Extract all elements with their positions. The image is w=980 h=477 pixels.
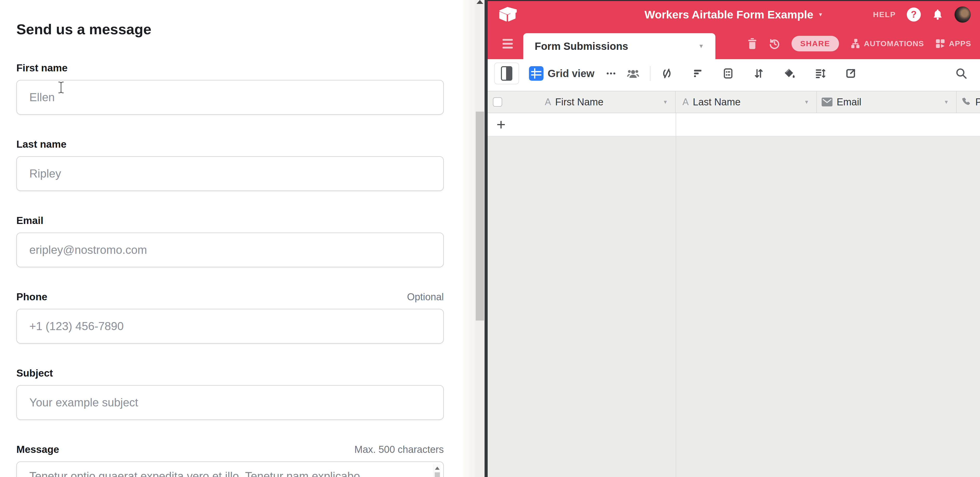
grid-empty-area: [488, 136, 980, 477]
textarea-scroll-thumb[interactable]: [435, 472, 440, 477]
column-header-first-name[interactable]: First Name: [523, 91, 676, 113]
message-max-chars-hint: Max. 500 characters: [355, 444, 444, 455]
textarea-scrollbar[interactable]: [433, 464, 441, 477]
sidebar-toggle-button[interactable]: [494, 63, 519, 84]
tab-form-submissions[interactable]: Form Submissions: [523, 33, 715, 59]
first-name-label: First name: [16, 62, 67, 74]
history-icon[interactable]: [768, 37, 781, 50]
column-name: Phone: [975, 97, 980, 108]
share-label: SHARE: [800, 39, 830, 48]
add-record-plus-icon[interactable]: +: [496, 117, 506, 132]
field-group-message: Message Max. 500 characters Tenetur opti…: [16, 444, 444, 477]
avatar[interactable]: [955, 6, 970, 22]
last-name-input[interactable]: [16, 156, 444, 191]
share-button[interactable]: SHARE: [791, 36, 839, 51]
base-title-menu[interactable]: Workers Airtable Form Example: [644, 8, 823, 21]
tab-caret-down-icon[interactable]: [698, 43, 704, 49]
column-name: First Name: [555, 97, 603, 108]
frozen-column-divider: [676, 113, 676, 477]
grid-view-icon: [529, 66, 544, 81]
field-group-last-name: Last name: [16, 139, 444, 191]
toolbar-divider: [650, 66, 651, 81]
airtable-pane: Workers Airtable Form Example HELP Form …: [488, 0, 980, 477]
email-input[interactable]: [16, 233, 444, 267]
bell-icon[interactable]: [932, 9, 943, 21]
message-textarea[interactable]: Tenetur optio quaerat expedita vero et i…: [16, 461, 444, 477]
base-title: Workers Airtable Form Example: [644, 8, 813, 21]
column-header-email[interactable]: Email: [817, 91, 957, 113]
email-field-icon: [821, 97, 833, 107]
add-record-row[interactable]: +: [488, 113, 980, 136]
help-icon[interactable]: [907, 8, 921, 22]
apps-label: APPS: [949, 39, 971, 48]
scroll-up-icon[interactable]: [435, 467, 440, 470]
trash-icon[interactable]: [747, 38, 757, 49]
view-toolbar: Grid view: [488, 59, 980, 91]
text-cursor-icon: [58, 81, 64, 95]
subject-input[interactable]: [16, 385, 444, 420]
scrollbar-up-arrow-icon[interactable]: [477, 0, 483, 4]
automations-button[interactable]: AUTOMATIONS: [850, 38, 924, 49]
text-field-icon: [545, 97, 551, 108]
paint-fill-icon[interactable]: [783, 68, 795, 79]
airtable-logo-icon[interactable]: [498, 6, 517, 22]
phone-input[interactable]: [16, 309, 444, 344]
view-options-ellipsis-icon[interactable]: [605, 68, 617, 79]
first-name-input[interactable]: [16, 80, 444, 115]
table-tab-label: Form Submissions: [535, 41, 698, 52]
airtable-tabbar: Form Submissions SHARE: [488, 28, 980, 59]
row-height-icon[interactable]: [814, 68, 826, 79]
grid-header-row: First Name Last Name Email: [488, 91, 980, 113]
open-view-icon[interactable]: [845, 68, 857, 79]
field-group-subject: Subject: [16, 368, 444, 420]
help-button[interactable]: HELP: [873, 10, 896, 19]
message-label: Message: [16, 444, 59, 455]
field-group-first-name: First name: [16, 62, 444, 115]
hide-fields-icon[interactable]: [661, 68, 673, 79]
column-header-last-name[interactable]: Last Name: [676, 91, 817, 113]
page-title: Send us a message: [16, 0, 444, 38]
filter-icon[interactable]: [692, 68, 703, 79]
pane-gutter: [463, 0, 475, 477]
group-icon[interactable]: [722, 68, 734, 79]
column-caret-down-icon[interactable]: [663, 99, 668, 105]
column-name: Last Name: [693, 97, 741, 108]
email-label: Email: [16, 215, 43, 226]
column-header-phone[interactable]: Phone: [957, 91, 980, 113]
field-group-phone: Phone Optional: [16, 291, 444, 344]
collaborators-icon[interactable]: [626, 67, 640, 81]
apps-icon: [935, 38, 946, 49]
column-caret-down-icon[interactable]: [804, 99, 809, 105]
search-icon[interactable]: [955, 67, 967, 80]
last-name-label: Last name: [16, 139, 67, 150]
panel-toggle-icon: [501, 66, 512, 81]
subject-label: Subject: [16, 368, 53, 379]
sort-icon[interactable]: [753, 68, 765, 79]
contact-form-pane: Send us a message First name Last name E…: [0, 0, 463, 477]
view-switcher[interactable]: Grid view: [548, 68, 594, 79]
phone-optional-hint: Optional: [407, 292, 444, 303]
select-all-checkbox[interactable]: [493, 97, 502, 107]
page-scrollbar-thumb[interactable]: [476, 112, 484, 320]
text-field-icon: [682, 97, 689, 108]
phone-field-icon: [961, 97, 972, 108]
field-group-email: Email: [16, 215, 444, 267]
column-name: Email: [837, 97, 861, 108]
menu-icon[interactable]: [503, 39, 513, 49]
column-caret-down-icon[interactable]: [943, 99, 949, 105]
automations-label: AUTOMATIONS: [864, 39, 924, 48]
window-divider: [485, 0, 488, 477]
airtable-topbar: Workers Airtable Form Example HELP: [488, 1, 980, 28]
phone-label: Phone: [16, 291, 47, 303]
automations-icon: [850, 38, 861, 49]
apps-button[interactable]: APPS: [935, 38, 971, 49]
caret-down-icon: [818, 12, 823, 17]
